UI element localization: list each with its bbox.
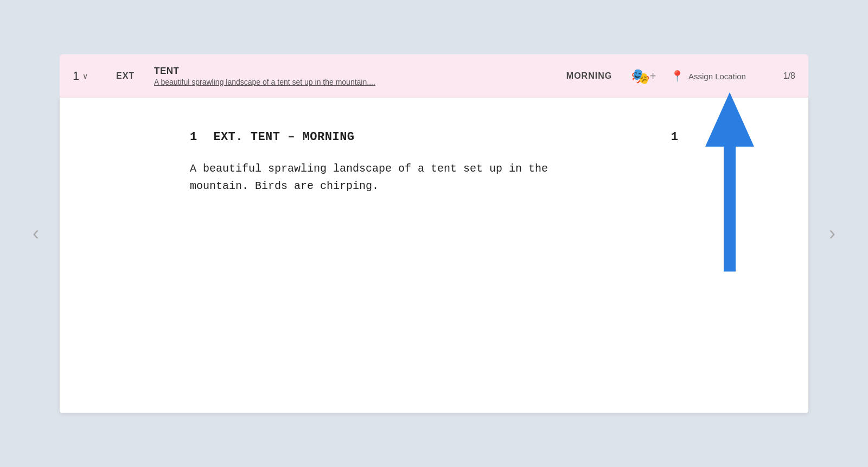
- scene-number-chevron[interactable]: ∨: [82, 72, 88, 80]
- script-page: 1 EXT. TENT – MORNING 1 A beautiful spra…: [60, 98, 808, 413]
- location-pin-icon: 📍: [671, 70, 684, 83]
- prev-arrow[interactable]: ‹: [33, 222, 39, 245]
- action-line-1: A beautiful sprawling landscape of a ten…: [190, 160, 678, 178]
- characters-section[interactable]: 🎭 +: [627, 67, 660, 85]
- scene-bar: 1 ∨ EXT TENT A beautiful sprawling lands…: [60, 54, 808, 98]
- scene-num-left: 1: [190, 130, 197, 144]
- scene-action: A beautiful sprawling landscape of a ten…: [190, 160, 678, 195]
- scene-title: TENT: [154, 66, 551, 77]
- scene-heading-text: EXT. TENT – MORNING: [213, 130, 354, 144]
- assign-location-label: Assign Location: [688, 72, 746, 81]
- scene-num-right: 1: [671, 130, 678, 144]
- theater-masks-icon: 🎭: [631, 67, 650, 85]
- scene-time: MORNING: [562, 71, 616, 81]
- scene-heading-row: 1 EXT. TENT – MORNING 1: [190, 130, 678, 144]
- script-content: 1 EXT. TENT – MORNING 1 A beautiful spra…: [190, 130, 678, 195]
- scene-pages: 1/8: [768, 71, 795, 81]
- scene-number-value: 1: [73, 69, 79, 83]
- assign-location-button[interactable]: 📍 Assign Location: [671, 70, 757, 83]
- scene-type: EXT: [116, 71, 143, 81]
- main-container: ‹ 1 ∨ EXT TENT A beautiful sprawling lan…: [60, 54, 808, 413]
- scene-heading-left: 1 EXT. TENT – MORNING: [190, 130, 355, 144]
- scene-description: A beautiful sprawling landscape of a ten…: [154, 78, 551, 86]
- add-character-icon[interactable]: +: [650, 70, 656, 83]
- scene-number[interactable]: 1 ∨: [73, 69, 105, 83]
- next-arrow[interactable]: ›: [829, 222, 835, 245]
- scene-title-block: TENT A beautiful sprawling landscape of …: [154, 66, 551, 86]
- action-line-2: mountain. Birds are chirping.: [190, 178, 678, 195]
